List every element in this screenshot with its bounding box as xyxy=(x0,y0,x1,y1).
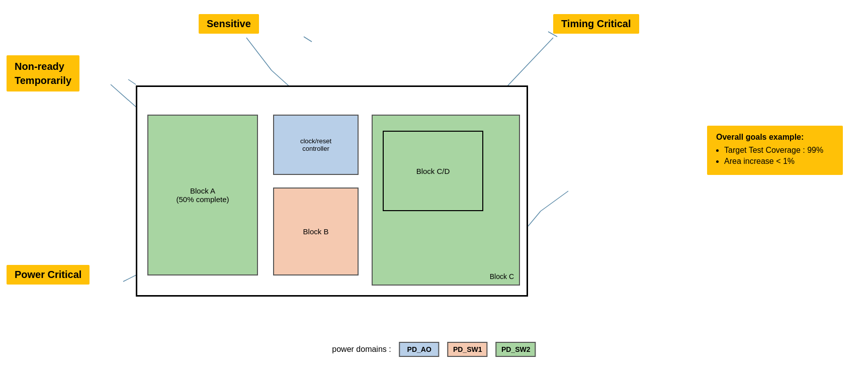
block-a: Block A(50% complete) xyxy=(147,115,258,275)
svg-line-2 xyxy=(304,37,312,42)
goals-item-1: Target Test Coverage : 99% xyxy=(724,146,834,155)
block-clock: clock/resetcontroller xyxy=(273,115,359,175)
non-ready-label: Non-readyTemporarily xyxy=(7,55,79,91)
goals-list: Target Test Coverage : 99% Area increase… xyxy=(716,146,834,166)
chip-container: Block A(50% complete) clock/resetcontrol… xyxy=(136,85,528,297)
legend-pd-sw2: PD_SW2 xyxy=(496,342,536,357)
legend: power domains : PD_AO PD_SW1 PD_SW2 xyxy=(332,342,536,357)
legend-pd-ao: PD_AO xyxy=(399,342,440,357)
pd-sw2-box: PD_SW2 xyxy=(496,342,536,357)
pd-sw1-box: PD_SW1 xyxy=(448,342,488,357)
svg-line-5 xyxy=(508,38,553,85)
block-cd: Block C/D xyxy=(383,131,483,211)
block-c-label: Block C xyxy=(490,272,514,281)
svg-line-0 xyxy=(246,38,272,70)
svg-line-11 xyxy=(528,211,541,226)
svg-line-4 xyxy=(128,79,136,84)
legend-label: power domains : xyxy=(332,345,391,354)
goals-title: Overall goals example: xyxy=(716,133,834,142)
svg-line-10 xyxy=(541,191,568,211)
goals-box: Overall goals example: Target Test Cover… xyxy=(707,126,843,175)
sensitive-label: Sensitive xyxy=(199,14,259,34)
power-critical-label: Power Critical xyxy=(7,265,90,285)
timing-critical-label: Timing Critical xyxy=(553,14,639,34)
goals-item-2: Area increase < 1% xyxy=(724,157,834,166)
block-c: Block C/D Block C xyxy=(372,115,520,286)
block-b: Block B xyxy=(273,188,359,275)
pd-ao-box: PD_AO xyxy=(399,342,440,357)
legend-pd-sw1: PD_SW1 xyxy=(448,342,488,357)
